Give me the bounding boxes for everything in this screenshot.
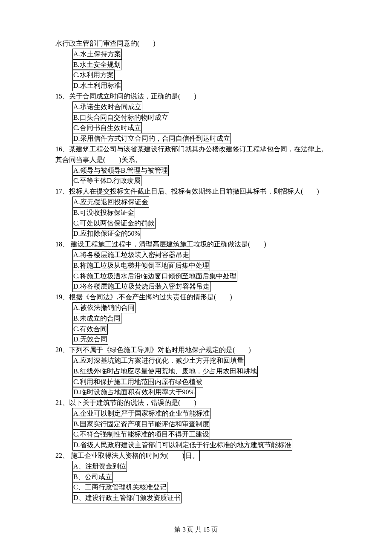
q21-option-d: D.省级人民政府建设主管部门可以制定低于行业标准的地方建筑节能标准: [55, 440, 337, 451]
text: 第 3 页 共 15 页: [174, 526, 217, 533]
q22-option-c: C、工商行政管理机关核准登记: [55, 482, 337, 493]
text: B、公司成立: [72, 471, 113, 483]
q15-option-c: C.合同书自生效时成立: [55, 123, 337, 133]
q20-option-d: D.临时设施占地面积有效利用率大于90%: [55, 387, 337, 398]
text: B.水土安全规划: [72, 59, 121, 70]
q19-stem: 19、根据《合同法》,不会产生悔约过失责任的情形是( ): [55, 292, 337, 303]
fragment-option-b: B.水土安全规划: [55, 60, 337, 70]
text: 15、关于合同成立时间的说法，正确的是( ): [55, 92, 196, 100]
text: 17、投标人在提交投标文件截止日后、投标有效期终止日前撤回其标书，则招标人( ): [55, 188, 319, 195]
q18-option-d: D.将各楼层施工垃圾焚烧后装入密封容器吊走: [55, 281, 337, 292]
q16-stem-line1: 16、某建筑工程公司与该省某建设行政部门就其办公楼改建签订工程承包合同，在法律上…: [55, 144, 337, 155]
text: B.未成立的合同: [72, 313, 121, 324]
text: B.可没收投标保证金: [72, 207, 135, 218]
text: 22、 施工企业取得法人资格的时间为( ): [55, 452, 184, 459]
fragment-stem: 水行政主管部门审查同意的( ): [55, 38, 337, 49]
text: D.采用信件方式订立合同的，合同自信件到达时成立: [72, 133, 231, 144]
text: 18、 建设工程施工过程中，清理高层建筑施工垃圾的正确做法是( ): [55, 240, 266, 248]
q22-option-d: D、建设行政主管部门颁发资质证书: [55, 493, 337, 503]
text: D.临时设施占地面积有效利用率大于90%: [72, 387, 196, 398]
q17-option-b: B.可没收投标保证金: [55, 208, 337, 218]
text: C.不符合强制性节能标准的项目不得开工建设: [72, 429, 210, 440]
fragment-option-c: C.水利用方案: [55, 70, 337, 81]
text: D.应扣除保证金的50%: [72, 228, 141, 239]
text: A.应对深基坑施工方案进行优化，减少土方开挖和回填量: [72, 355, 245, 366]
text: D.无效合同: [72, 334, 108, 345]
page-footer: 第 3 页 共 15 页: [55, 525, 337, 535]
text: C.平等主体D.行政隶属: [72, 175, 141, 186]
q17-option-a: A.应无偿退回投标保证金: [55, 197, 337, 208]
text: A.水土保持方案: [72, 49, 122, 60]
q19-option-a: A.被依法撤销的合同: [55, 303, 337, 313]
q21-option-a: A.企业可以制定严于国家标准的企业节能标准: [55, 408, 337, 419]
text: A.领导与被领导B.管理与被管理: [72, 165, 169, 176]
q19-option-c: C.有效合同: [55, 324, 337, 335]
q20-option-c: C.利用和保护施工用地范围内原有绿色植被: [55, 377, 337, 387]
q15-option-b: B.口头合同自交付标的物时成立: [55, 113, 337, 123]
text: A.将各楼层施工垃圾装入密封容器吊走: [72, 249, 190, 260]
text: A.企业可以制定严于国家标准的企业节能标准: [72, 408, 210, 419]
text: A、注册资金到位: [72, 461, 127, 472]
text: 21、以下关于建筑节能的说法，错误的是( ): [55, 399, 196, 406]
q20-stem: 20、下列不属于《绿色施工导则》对临时用地保护规定的是( ): [55, 345, 337, 356]
text: B.将施工垃圾从电梯井倾倒至地面后集中处理: [72, 260, 210, 271]
stem-tail: 日。: [184, 450, 200, 461]
q16-stem-line2: 其合同当事人是( )关系。: [55, 155, 337, 165]
fragment-option-d: D.水土利用标准: [55, 81, 337, 91]
text: A.被依法撤销的合同: [72, 302, 135, 313]
text: A.应无偿退回投标保证金: [72, 197, 149, 208]
q21-option-c: C.不符合强制性节能标准的项目不得开工建设: [55, 429, 337, 440]
text: C.可处以两倍保证金的罚款: [72, 218, 156, 229]
q17-option-c: C.可处以两倍保证金的罚款: [55, 218, 337, 229]
text: 20、下列不属于《绿色施工导则》对临时用地保护规定的是( ): [55, 346, 251, 353]
q19-option-d: D.无效合同: [55, 334, 337, 345]
text: D.水土利用标准: [72, 80, 122, 91]
text: B.口头合同自交付标的物时成立: [72, 112, 169, 123]
text: 水行政主管部门审查同意的( ): [55, 40, 156, 47]
q21-option-b: B.国家实行固定资产项目节能评估和审查制度: [55, 419, 337, 430]
text: B.红线外临时占地应尽量使用荒地、废地，少占用农田和耕地: [72, 366, 258, 377]
text: C.利用和保护施工用地范围内原有绿色植被: [72, 376, 203, 387]
q22-stem: 22、 施工企业取得法人资格的时间为( )日。: [55, 451, 337, 461]
text: C.有效合同: [72, 324, 108, 335]
q18-option-b: B.将施工垃圾从电梯井倾倒至地面后集中处理: [55, 260, 337, 271]
q16-option-ab: A.领导与被领导B.管理与被管理: [55, 165, 337, 176]
q18-option-c: C.将施工垃圾洒水后沿临边窗口倾倒至地面后集中处理: [55, 271, 337, 282]
q21-stem: 21、以下关于建筑节能的说法，错误的是( ): [55, 398, 337, 408]
q15-stem: 15、关于合同成立时间的说法，正确的是( ): [55, 91, 337, 102]
text: C.将施工垃圾洒水后沿临边窗口倾倒至地面后集中处理: [72, 271, 237, 282]
q15-option-a: A.承诺生效时合同成立: [55, 102, 337, 113]
q16-option-cd: C.平等主体D.行政隶属: [55, 176, 337, 186]
text: C.水利用方案: [72, 69, 115, 81]
text: C.合同书自生效时成立: [72, 122, 142, 133]
q22-option-b: B、公司成立: [55, 472, 337, 483]
q15-option-d: D.采用信件方式订立合同的，合同自信件到达时成立: [55, 133, 337, 144]
q20-option-b: B.红线外临时占地应尽量使用荒地、废地，少占用农田和耕地: [55, 366, 337, 377]
text: D.将各楼层施工垃圾焚烧后装入密封容器吊走: [72, 281, 210, 292]
text: 其合同当事人是( )关系。: [55, 156, 142, 163]
q22-option-a: A、注册资金到位: [55, 461, 337, 472]
text: D.省级人民政府建设主管部门可以制定低于行业标准的地方建筑节能标准: [72, 439, 292, 451]
q18-option-a: A.将各楼层施工垃圾装入密封容器吊走: [55, 250, 337, 260]
q17-stem: 17、投标人在提交投标文件截止日后、投标有效期终止日前撤回其标书，则招标人( ): [55, 186, 337, 197]
text: 19、根据《合同法》,不会产生悔约过失责任的情形是( ): [55, 293, 232, 301]
text: D、建设行政主管部门颁发资质证书: [72, 492, 182, 503]
q20-option-a: A.应对深基坑施工方案进行优化，减少土方开挖和回填量: [55, 356, 337, 366]
q19-option-b: B.未成立的合同: [55, 313, 337, 324]
text: 16、某建筑工程公司与该省某建设行政部门就其办公楼改建签订工程承包合同，在法律上…: [55, 145, 323, 153]
text: B.国家实行固定资产项目节能评估和审查制度: [72, 419, 210, 430]
q17-option-d: D.应扣除保证金的50%: [55, 228, 337, 239]
q18-stem: 18、 建设工程施工过程中，清理高层建筑施工垃圾的正确做法是( ): [55, 239, 337, 250]
fragment-option-a: A.水土保持方案: [55, 49, 337, 60]
text: C、工商行政管理机关核准登记: [72, 482, 167, 493]
text: A.承诺生效时合同成立: [72, 101, 142, 113]
